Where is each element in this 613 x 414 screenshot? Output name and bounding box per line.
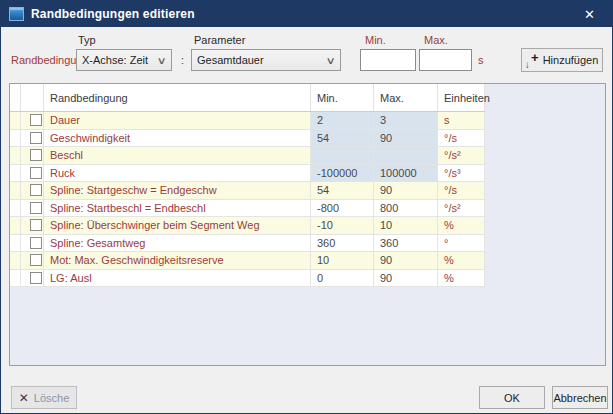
row-unit: °/s² xyxy=(438,147,485,165)
row-selector[interactable] xyxy=(10,147,21,165)
typ-dropdown[interactable]: X-Achse: Zeit ∨ xyxy=(76,49,172,71)
row-min[interactable]: 54 xyxy=(311,182,374,200)
row-checkbox[interactable] xyxy=(30,254,42,266)
row-checkbox[interactable] xyxy=(30,114,42,126)
row-checkbox[interactable] xyxy=(30,132,42,144)
conditions-table: Randbedingung Min. Max. Einheiten Dauer … xyxy=(9,83,606,366)
parameter-dropdown-value: Gesamtdauer xyxy=(197,54,264,66)
row-selector[interactable] xyxy=(10,235,21,253)
row-max[interactable]: 3 xyxy=(374,112,438,130)
row-checkbox[interactable] xyxy=(30,237,42,249)
row-selector[interactable] xyxy=(10,200,21,218)
row-name: Spline: Startgeschw = Endgeschw xyxy=(44,182,311,200)
row-checkbox-cell xyxy=(21,217,44,235)
delete-button-label: Lösche xyxy=(34,392,69,404)
table-row[interactable]: Mot: Max. Geschwindigkeitsreserve 10 90 … xyxy=(10,252,485,270)
row-checkbox[interactable] xyxy=(30,272,42,284)
row-max[interactable]: 90 xyxy=(374,182,438,200)
row-checkbox-cell xyxy=(21,235,44,253)
max-input[interactable] xyxy=(419,49,472,71)
row-checkbox[interactable] xyxy=(30,202,42,214)
typ-dropdown-value: X-Achse: Zeit xyxy=(82,54,148,66)
row-max[interactable]: 90 xyxy=(374,130,438,148)
table-row[interactable]: LG: Ausl 0 90 % xyxy=(10,270,485,288)
table-body: Dauer 2 3 s Geschwindigkeit 54 90 °/s Be… xyxy=(10,112,605,287)
add-icon: ↓ + xyxy=(526,54,538,67)
window-title: Randbedingungen editieren xyxy=(31,7,195,21)
row-selector[interactable] xyxy=(10,252,21,270)
row-max[interactable] xyxy=(374,147,438,165)
row-min[interactable]: 360 xyxy=(311,235,374,253)
row-selector[interactable] xyxy=(10,217,21,235)
row-min[interactable]: -800 xyxy=(311,200,374,218)
separator-colon: : xyxy=(181,54,184,66)
table-row[interactable]: Beschl °/s² xyxy=(10,147,485,165)
close-icon[interactable]: ✕ xyxy=(567,1,612,27)
row-checkbox[interactable] xyxy=(30,167,42,179)
row-min[interactable]: 0 xyxy=(311,270,374,288)
row-unit: °/s xyxy=(438,130,485,148)
header-name: Randbedingung xyxy=(44,84,311,111)
header-min: Min. xyxy=(311,84,374,111)
row-unit: % xyxy=(438,217,485,235)
row-checkbox-cell xyxy=(21,165,44,183)
row-checkbox-cell xyxy=(21,182,44,200)
row-name: Geschwindigkeit xyxy=(44,130,311,148)
row-unit: °/s xyxy=(438,182,485,200)
row-checkbox-cell xyxy=(21,200,44,218)
dialog-randbedingungen: Randbedingungen editieren ✕ Randbedingun… xyxy=(0,0,613,414)
cancel-button[interactable]: Abbrechen xyxy=(552,386,608,409)
app-icon xyxy=(9,7,24,21)
row-selector[interactable] xyxy=(10,270,21,288)
row-max[interactable]: 800 xyxy=(374,200,438,218)
row-max[interactable]: 100000 xyxy=(374,165,438,183)
row-name: Ruck xyxy=(44,165,311,183)
row-name: Dauer xyxy=(44,112,311,130)
row-selector[interactable] xyxy=(10,182,21,200)
header-checkbox-col xyxy=(21,84,44,111)
table-row[interactable]: Spline: Gesamtweg 360 360 ° xyxy=(10,235,485,253)
row-max[interactable]: 90 xyxy=(374,252,438,270)
row-name: Spline: Startbeschl = Endbeschl xyxy=(44,200,311,218)
row-selector[interactable] xyxy=(10,130,21,148)
row-name: Spline: Überschwinger beim Segment Weg xyxy=(44,217,311,235)
row-min[interactable]: 2 xyxy=(311,112,374,130)
delete-button[interactable]: ✕ Lösche xyxy=(11,386,77,409)
row-min[interactable]: 54 xyxy=(311,130,374,148)
table-header-row: Randbedingung Min. Max. Einheiten xyxy=(10,84,485,112)
table-row[interactable]: Geschwindigkeit 54 90 °/s xyxy=(10,130,485,148)
row-min[interactable]: -100000 xyxy=(311,165,374,183)
row-name: LG: Ausl xyxy=(44,270,311,288)
row-unit: % xyxy=(438,270,485,288)
row-min[interactable]: -10 xyxy=(311,217,374,235)
parameter-dropdown[interactable]: Gesamtdauer ∨ xyxy=(191,49,341,71)
row-max[interactable]: 360 xyxy=(374,235,438,253)
chevron-down-icon: ∨ xyxy=(325,55,335,66)
row-max[interactable]: 90 xyxy=(374,270,438,288)
row-checkbox-cell xyxy=(21,252,44,270)
add-button[interactable]: ↓ + Hinzufügen xyxy=(521,48,603,72)
ok-button[interactable]: OK xyxy=(479,386,545,409)
row-checkbox-cell xyxy=(21,112,44,130)
row-selector[interactable] xyxy=(10,165,21,183)
row-min[interactable] xyxy=(311,147,374,165)
table-row[interactable]: Spline: Überschwinger beim Segment Weg -… xyxy=(10,217,485,235)
row-checkbox[interactable] xyxy=(30,219,42,231)
header-max: Max. xyxy=(374,84,438,111)
row-unit: ° xyxy=(438,235,485,253)
row-checkbox[interactable] xyxy=(30,184,42,196)
table-row[interactable]: Dauer 2 3 s xyxy=(10,112,485,130)
row-max[interactable]: 10 xyxy=(374,217,438,235)
row-checkbox[interactable] xyxy=(30,149,42,161)
table-row[interactable]: Ruck -100000 100000 °/s³ xyxy=(10,165,485,183)
table-row[interactable]: Spline: Startgeschw = Endgeschw 54 90 °/… xyxy=(10,182,485,200)
row-selector[interactable] xyxy=(10,112,21,130)
min-input[interactable] xyxy=(360,49,416,71)
row-checkbox-cell xyxy=(21,270,44,288)
title-bar[interactable]: Randbedingungen editieren ✕ xyxy=(1,1,612,27)
table-row[interactable]: Spline: Startbeschl = Endbeschl -800 800… xyxy=(10,200,485,218)
row-checkbox-cell xyxy=(21,147,44,165)
row-min[interactable]: 10 xyxy=(311,252,374,270)
add-button-label: Hinzufügen xyxy=(543,54,599,66)
row-checkbox-cell xyxy=(21,130,44,148)
